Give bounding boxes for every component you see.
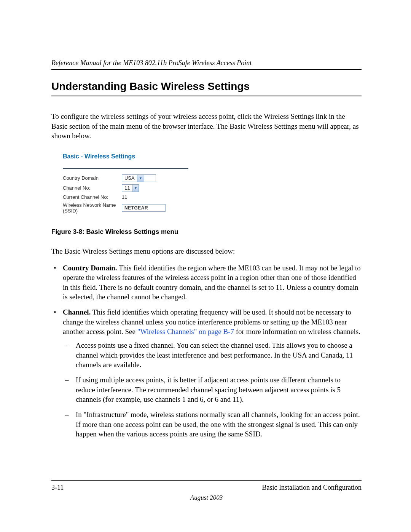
page-footer: 3-11 Basic Installation and Configuratio… <box>51 480 362 502</box>
figure-panel-title: Basic - Wireless Settings <box>63 153 189 160</box>
dropdown-value: 11 <box>122 185 132 191</box>
sub-bullet-list: Access points use a fixed channel. You c… <box>63 340 362 439</box>
running-header: Reference Manual for the ME103 802.11b P… <box>51 59 362 67</box>
sub-bullet-b: If using multiple access points, it is b… <box>63 375 362 404</box>
figure-divider <box>63 168 188 169</box>
sub-bullet-a: Access points use a fixed channel. You c… <box>63 340 362 370</box>
title-rule <box>51 96 362 96</box>
bullet-channel: Channel. This field identifies which ope… <box>51 307 362 439</box>
label-country-domain: Country Domain <box>63 175 122 181</box>
bullet-lead: Country Domain. <box>63 264 117 272</box>
page-number: 3-11 <box>51 484 64 492</box>
sub-bullet-c: In "Infrastructure" mode, wireless stati… <box>63 410 362 439</box>
value-current-channel: 11 <box>122 194 127 200</box>
label-current-channel: Current Channel No: <box>63 194 122 200</box>
bullet-text-after-link: for more information on wireless channel… <box>234 328 360 335</box>
intro-paragraph: To configure the wireless settings of yo… <box>51 112 362 141</box>
bullet-list: Country Domain. This field identifies th… <box>51 263 362 439</box>
bullet-lead: Channel. <box>63 308 91 316</box>
dropdown-channel-no[interactable]: 11 ▾ <box>122 184 139 192</box>
figure-caption: Figure 3-8: Basic Wireless Settings menu <box>51 228 362 236</box>
row-country-domain: Country Domain USA ▾ <box>63 174 189 182</box>
label-channel-no: Channel No: <box>63 185 122 191</box>
chevron-down-icon[interactable]: ▾ <box>132 185 139 192</box>
dropdown-value: USA <box>122 175 137 181</box>
label-ssid: Wireless Network Name (SSID) <box>63 202 122 214</box>
footer-date: August 2003 <box>51 494 362 502</box>
row-current-channel: Current Channel No: 11 <box>63 194 189 200</box>
after-figure-paragraph: The Basic Wireless Settings menu options… <box>51 246 362 256</box>
input-ssid[interactable]: NETGEAR <box>122 204 166 212</box>
row-channel-no: Channel No: 11 ▾ <box>63 184 189 192</box>
row-ssid: Wireless Network Name (SSID) NETGEAR <box>63 202 189 214</box>
footer-rule <box>51 480 362 481</box>
section-title: Understanding Basic Wireless Settings <box>51 80 362 93</box>
chevron-down-icon[interactable]: ▾ <box>137 175 144 182</box>
dropdown-country-domain[interactable]: USA ▾ <box>122 174 156 182</box>
bullet-country-domain: Country Domain. This field identifies th… <box>51 263 362 302</box>
figure-wireless-settings: Basic - Wireless Settings Country Domain… <box>51 148 196 221</box>
footer-section: Basic Installation and Configuration <box>262 484 362 492</box>
header-rule <box>51 69 362 70</box>
link-wireless-channels[interactable]: "Wireless Channels" on page B-7 <box>137 328 234 335</box>
